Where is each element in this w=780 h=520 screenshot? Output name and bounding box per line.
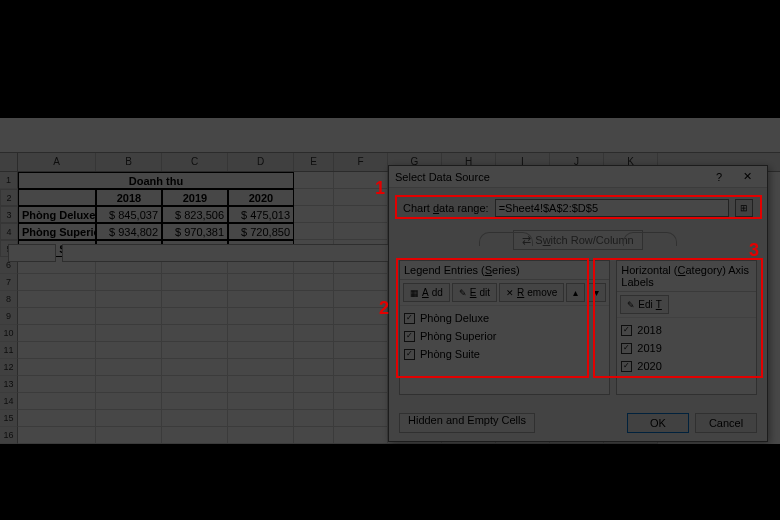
series-item[interactable]: ✓Phòng Deluxe	[404, 309, 605, 327]
add-icon: ▦	[410, 288, 419, 298]
year-header[interactable]: 2018	[96, 189, 162, 206]
edit-icon: ✎	[459, 288, 467, 298]
row-header[interactable]: 13	[0, 376, 18, 393]
move-down-button[interactable]: ▾	[587, 283, 606, 302]
axis-label: 2020	[637, 360, 661, 372]
row-header[interactable]: 8	[0, 291, 18, 308]
checkbox-icon[interactable]: ✓	[404, 349, 415, 360]
checkbox-icon[interactable]: ✓	[404, 331, 415, 342]
edit-axis-button[interactable]: ✎EdiT	[620, 295, 669, 314]
axis-labels-panel: Horizontal (Category) Axis Labels ✎EdiT …	[616, 260, 757, 395]
row-header[interactable]: 7	[0, 274, 18, 291]
cancel-button[interactable]: Cancel	[695, 413, 757, 433]
edit-series-button[interactable]: ✎Edit	[452, 283, 497, 302]
series-label: Phòng Suite	[420, 348, 480, 360]
row-header[interactable]: 15	[0, 410, 18, 427]
row-header[interactable]: 9	[0, 308, 18, 325]
series-label: Phòng Deluxe	[420, 312, 489, 324]
col-header-f[interactable]: F	[334, 153, 388, 171]
row-header[interactable]: 14	[0, 393, 18, 410]
axis-item[interactable]: ✓2020	[621, 357, 752, 375]
year-header[interactable]: 2019	[162, 189, 228, 206]
checkbox-icon[interactable]: ✓	[621, 361, 632, 372]
table-title[interactable]: Doanh thu	[18, 172, 294, 189]
checkbox-icon[interactable]: ✓	[621, 325, 632, 336]
add-series-button[interactable]: ▦Add	[403, 283, 450, 302]
col-header-a[interactable]: A	[18, 153, 96, 171]
chart-data-range-input[interactable]	[495, 199, 729, 217]
checkbox-icon[interactable]: ✓	[404, 313, 415, 324]
col-header-d[interactable]: D	[228, 153, 294, 171]
series-item[interactable]: ✓Phòng Suite	[404, 345, 605, 363]
cell-value[interactable]: $ 475,013	[228, 206, 294, 223]
axis-label: 2019	[637, 342, 661, 354]
cell-value[interactable]: $ 720,850	[228, 223, 294, 240]
series-label: Phòng Superior	[420, 330, 496, 342]
legend-entries-panel: Legend Entries (Series) ▦Add ✎Edit ✕Remo…	[399, 260, 610, 395]
col-header-b[interactable]: B	[96, 153, 162, 171]
row-label[interactable]: Phòng Deluxe	[18, 206, 96, 223]
formula-bar[interactable]	[62, 244, 402, 262]
cell-value[interactable]: $ 970,381	[162, 223, 228, 240]
chart-data-range-label: Chart data range:	[403, 202, 489, 214]
row-label[interactable]: Phòng Superior	[18, 223, 96, 240]
checkbox-icon[interactable]: ✓	[621, 343, 632, 354]
row-header[interactable]: 10	[0, 325, 18, 342]
col-header-c[interactable]: C	[162, 153, 228, 171]
close-button[interactable]: ✕	[733, 166, 761, 188]
row-header[interactable]: 4	[0, 223, 18, 240]
legend-entries-title: Legend Entries (Series)	[400, 261, 609, 280]
select-data-source-dialog: Select Data Source ? ✕ Chart data range:…	[388, 165, 768, 442]
row-header[interactable]: 11	[0, 342, 18, 359]
cell-value[interactable]: $ 845,037	[96, 206, 162, 223]
ok-button[interactable]: OK	[627, 413, 689, 433]
remove-series-button[interactable]: ✕Remove	[499, 283, 564, 302]
hidden-empty-cells-button[interactable]: Hidden and Empty Cells	[399, 413, 535, 433]
annotation-number-3: 3	[749, 240, 759, 261]
dialog-title: Select Data Source	[395, 171, 705, 183]
row-header[interactable]: 1	[0, 172, 18, 189]
year-header[interactable]: 2020	[228, 189, 294, 206]
col-header-e[interactable]: E	[294, 153, 334, 171]
row-header[interactable]: 3	[0, 206, 18, 223]
row-header[interactable]: 12	[0, 359, 18, 376]
axis-label: 2018	[637, 324, 661, 336]
chevron-up-icon: ▴	[573, 287, 578, 298]
axis-labels-title: Horizontal (Category) Axis Labels	[617, 261, 756, 292]
annotation-number-1: 1	[375, 178, 385, 199]
cell-value[interactable]: $ 934,802	[96, 223, 162, 240]
edit-icon: ✎	[627, 300, 635, 310]
chart-data-range-row: Chart data range: ⊞	[399, 196, 757, 220]
name-box[interactable]	[8, 244, 56, 262]
axis-item[interactable]: ✓2018	[621, 321, 752, 339]
move-up-button[interactable]: ▴	[566, 283, 585, 302]
dialog-titlebar[interactable]: Select Data Source ? ✕	[389, 166, 767, 188]
row-header[interactable]: 16	[0, 427, 18, 444]
axis-item[interactable]: ✓2019	[621, 339, 752, 357]
collapse-range-icon[interactable]: ⊞	[735, 199, 753, 217]
row-header[interactable]: 2	[0, 189, 18, 206]
help-button[interactable]: ?	[705, 166, 733, 188]
chevron-down-icon: ▾	[594, 287, 599, 298]
annotation-number-2: 2	[379, 298, 389, 319]
cell-value[interactable]: $ 823,506	[162, 206, 228, 223]
remove-icon: ✕	[506, 288, 514, 298]
series-item[interactable]: ✓Phòng Superior	[404, 327, 605, 345]
